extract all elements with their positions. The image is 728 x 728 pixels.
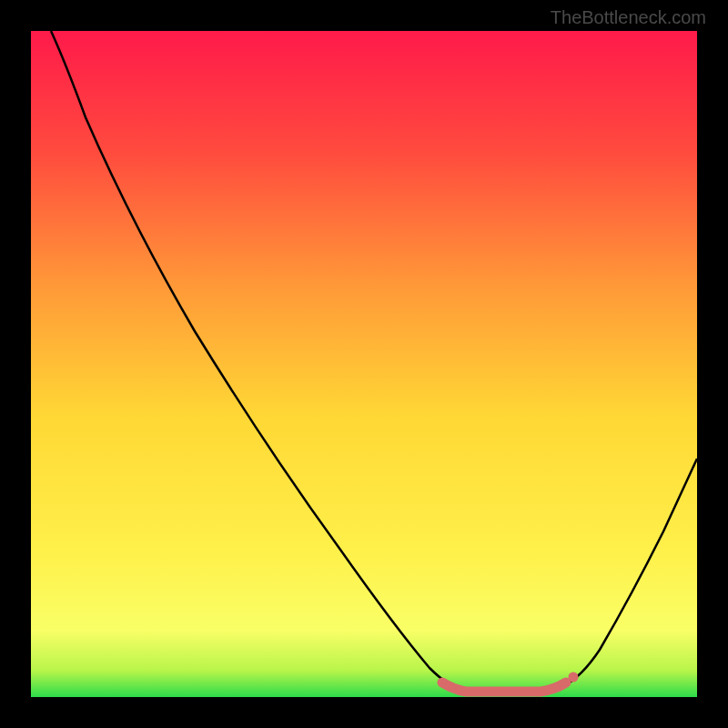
- chart-area: [31, 31, 697, 697]
- optimal-range-marker: [31, 31, 697, 697]
- watermark-text: TheBottleneck.com: [551, 7, 706, 28]
- svg-point-1: [569, 672, 579, 682]
